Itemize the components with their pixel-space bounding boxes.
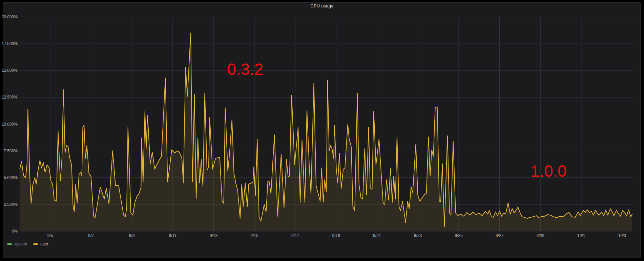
x-axis-tick-label: 10/3 (618, 233, 626, 238)
x-axis-tick-label: 9/29 (537, 233, 545, 238)
y-axis-tick-label: 2.500% (4, 202, 18, 207)
y-axis-tick-label: 17.500% (2, 41, 18, 46)
x-axis-tick-label: 9/5 (47, 233, 53, 238)
legend-swatch-system (7, 243, 12, 245)
y-axis-tick-label: 12.500% (2, 95, 18, 100)
x-axis-tick-label: 9/9 (129, 233, 135, 238)
x-axis-tick-label: 9/25 (455, 233, 463, 238)
legend-item-user[interactable]: user (33, 241, 48, 247)
x-axis-tick-label: 9/23 (414, 233, 422, 238)
y-axis-tick-label: 20.000% (2, 15, 18, 19)
y-axis-tick-label: 0% (12, 229, 18, 234)
y-axis-tick-label: 5.000% (4, 175, 18, 180)
y-axis-tick-label: 10.000% (2, 122, 18, 127)
version-annotation-0.3.2: 0.3.2 (227, 61, 263, 78)
version-annotation-1.0.0: 1.0.0 (531, 163, 567, 179)
x-axis-tick-label: 9/7 (88, 233, 94, 238)
y-axis-tick-label: 15.000% (2, 68, 18, 73)
legend-label-system: system (14, 241, 27, 247)
x-axis-tick-label: 9/17 (291, 233, 299, 238)
x-axis-tick-label: 9/11 (169, 233, 177, 238)
cpu-usage-chart[interactable]: 0%2.500%5.000%7.500%10.000%12.500%15.000… (0, 0, 644, 261)
x-axis-tick-label: 9/21 (373, 233, 381, 238)
legend-item-system[interactable]: system (7, 241, 27, 247)
legend-swatch-user (33, 243, 38, 245)
x-axis-tick-label: 9/19 (332, 233, 340, 238)
x-axis-tick-label: 9/27 (496, 233, 504, 238)
x-axis-tick-label: 9/15 (250, 233, 258, 238)
y-axis-tick-label: 7.500% (4, 149, 18, 153)
screen: CPU usage 0%2.500%5.000%7.500%10.000%12.… (0, 0, 644, 261)
x-axis-tick-label: 10/1 (577, 233, 585, 238)
legend-label-user: user (40, 241, 48, 247)
x-axis-tick-label: 9/13 (210, 233, 218, 238)
legend: systemuser (7, 241, 48, 247)
